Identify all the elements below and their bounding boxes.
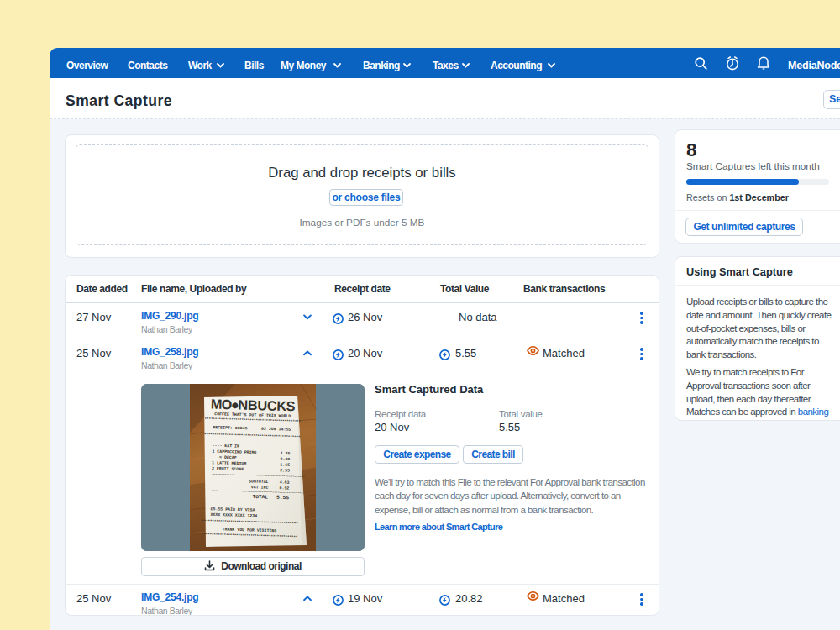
svg-text:2 FRUIT SCONE: 2 FRUIT SCONE (212, 466, 244, 471)
svg-text:= DECAF: = DECAF (212, 454, 237, 459)
svg-text:1.35: 1.35 (281, 451, 291, 455)
svg-text:1.65: 1.65 (280, 463, 290, 467)
svg-text:02 JUN 14:55: 02 JUN 14:55 (261, 427, 291, 432)
svg-text:0.00: 0.00 (280, 457, 290, 461)
svg-text:MO●NBUCKS: MO●NBUCKS (211, 396, 296, 414)
svg-text:4.63: 4.63 (280, 480, 290, 484)
svg-text:TOTAL: TOTAL (252, 494, 268, 501)
svg-text:2.55: 2.55 (280, 468, 290, 472)
svg-text:SUBTOTAL: SUBTOTAL (249, 479, 269, 484)
svg-text:---- EAT IN: ---- EAT IN (213, 444, 239, 449)
svg-text:5.55: 5.55 (276, 495, 289, 501)
